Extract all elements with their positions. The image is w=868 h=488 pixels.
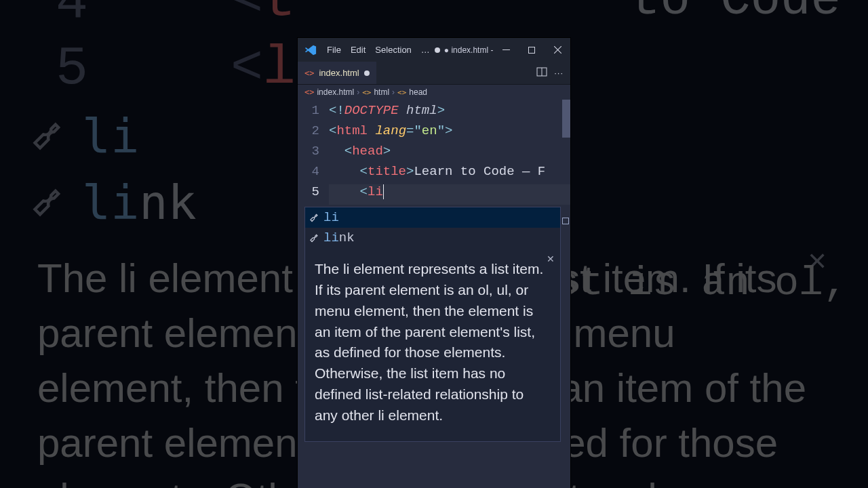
- code-line: <!DOCTYPE html>: [329, 103, 570, 123]
- vertical-scrollbar[interactable]: [562, 100, 570, 488]
- vscode-window: File Edit Selection … ● index.html - Ti……: [298, 38, 570, 488]
- bg-gutter-5: 5: [56, 38, 88, 100]
- line-number: 2: [298, 123, 323, 144]
- breadcrumb-html[interactable]: <> html: [362, 87, 389, 97]
- breadcrumb-label: head: [409, 87, 427, 97]
- chevron-right-icon: ›: [357, 87, 359, 97]
- tab-dirty-icon: [364, 70, 370, 76]
- suggestion-item-link[interactable]: link: [305, 228, 560, 248]
- line-number-gutter: 1 2 3 4 5: [298, 103, 323, 205]
- split-editor-icon: [536, 66, 547, 77]
- close-icon: [554, 46, 561, 54]
- doc-text: The li element represents a list item. I…: [315, 261, 543, 423]
- scrollbar-thumb[interactable]: [562, 100, 570, 138]
- split-editor-button[interactable]: [536, 66, 547, 79]
- wrench-icon: [309, 233, 319, 243]
- wrench-icon: [309, 213, 319, 223]
- suggestion-list: li link: [304, 207, 561, 249]
- tab-more-button[interactable]: ···: [554, 68, 564, 78]
- code-editor[interactable]: 1 2 3 4 5 <!DOCTYPE html> <html lang="en…: [298, 100, 570, 488]
- code-line: <li: [329, 184, 570, 205]
- tab-label: index.html: [319, 68, 359, 78]
- vscode-logo-icon: [304, 44, 317, 56]
- menu-file[interactable]: File: [322, 38, 346, 62]
- html-file-icon: <>: [304, 87, 314, 97]
- svg-rect-0: [529, 47, 535, 53]
- html-file-icon: <>: [304, 68, 314, 78]
- suggestion-label: li: [323, 230, 339, 245]
- editor-tab-bar: <> index.html ···: [298, 62, 570, 85]
- bg-tag-l: <l: [231, 37, 296, 99]
- line-number: 3: [298, 144, 323, 164]
- minimize-button[interactable]: [493, 38, 519, 62]
- menu-selection[interactable]: Selection: [370, 38, 416, 62]
- tag-icon: <>: [397, 88, 406, 97]
- dirty-indicator-icon: [435, 47, 440, 53]
- code-lines: <!DOCTYPE html> <html lang="en"> <head> …: [329, 103, 570, 205]
- tab-index-html[interactable]: <> index.html: [298, 62, 376, 84]
- suggestion-doc-panel: ✕ The li element represents a list item.…: [304, 248, 561, 442]
- suggestion-label: li: [323, 210, 339, 225]
- breadcrumb-label: index.html: [317, 87, 354, 97]
- line-number: 4: [298, 164, 323, 184]
- title-bar: File Edit Selection … ● index.html - Ti…: [298, 38, 570, 62]
- line-number: 5: [298, 184, 323, 205]
- breadcrumb-file[interactable]: <> index.html: [304, 87, 354, 97]
- menu-more[interactable]: …: [416, 38, 435, 62]
- text-cursor: [383, 184, 384, 199]
- code-line: <title>Learn to Code — F: [329, 164, 570, 184]
- bg-right-top: to Code: [630, 0, 841, 28]
- breadcrumb: <> index.html › <> html › <> head: [298, 85, 570, 100]
- breadcrumb-label: html: [374, 87, 389, 97]
- line-number: 1: [298, 103, 323, 123]
- bg-suggest-li: li: [31, 108, 139, 164]
- suggestion-item-li[interactable]: li: [305, 207, 560, 228]
- code-line: <head>: [329, 144, 570, 164]
- bg-tag-t: <t: [231, 0, 296, 31]
- suggestion-label-rest: nk: [339, 230, 355, 245]
- tag-icon: <>: [362, 88, 371, 97]
- close-window-button[interactable]: [545, 38, 570, 62]
- window-title: ● index.html - Ti…: [435, 45, 493, 55]
- menu-edit[interactable]: Edit: [346, 38, 370, 62]
- chevron-right-icon: ›: [392, 87, 395, 97]
- doc-close-button[interactable]: ✕: [547, 252, 555, 266]
- breadcrumb-head[interactable]: <> head: [397, 87, 427, 97]
- wrench-icon: [31, 185, 66, 220]
- code-line: <html lang="en">: [329, 123, 570, 144]
- minimize-icon: [502, 46, 510, 54]
- maximize-button[interactable]: [519, 38, 545, 62]
- wrench-icon: [31, 119, 66, 154]
- bg-gutter-4: 4: [56, 0, 88, 33]
- maximize-icon: [528, 47, 535, 54]
- bg-suggest-link: link: [31, 175, 197, 230]
